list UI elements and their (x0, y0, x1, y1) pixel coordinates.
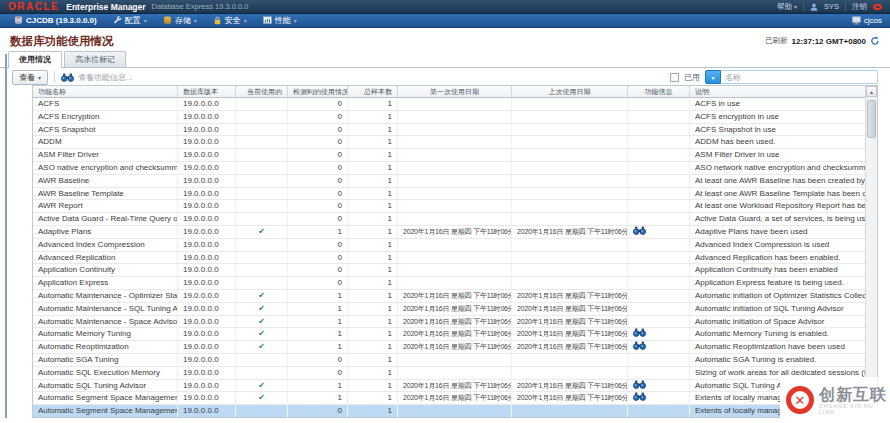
cell-name: ACFS (33, 98, 178, 110)
binoculars-icon[interactable] (633, 226, 684, 235)
binoculars-icon[interactable] (633, 341, 684, 350)
table-row[interactable]: Adaptive Plans19.0.0.0.0✔112020年1月16日 星期… (33, 226, 867, 239)
column-header-used[interactable]: 当前使用的 (236, 86, 288, 97)
watermark-text: 创新互联 (819, 386, 890, 403)
database-menu-bar: CJCDB (19.3.0.0.0) 配置 ▾ 存储 ▾ 安全 ▾ (0, 14, 890, 28)
table-row[interactable]: Application Continuity19.0.0.0.001Applic… (33, 264, 867, 277)
cell-samples: 1 (348, 392, 398, 404)
vertical-scrollbar[interactable]: ▲ ▼ (865, 86, 877, 417)
cell-samples: 1 (348, 162, 398, 174)
cell-info (628, 354, 690, 366)
cell-last_used: 2020年1月16日 星期四 下午11时06分2 (512, 328, 628, 340)
column-header-info[interactable]: 功能信息 (628, 86, 690, 97)
menu-security[interactable]: 安全 ▾ (207, 15, 253, 26)
checkmark-icon: ✔ (258, 317, 265, 326)
table-row[interactable]: Automatic Segment Space Management (user… (33, 405, 867, 417)
cell-detected: 0 (288, 200, 348, 212)
cell-last_used (512, 277, 628, 289)
cell-used: ✔ (236, 392, 288, 404)
table-row[interactable]: AWR Baseline Template19.0.0.0.001At leas… (33, 188, 867, 201)
cell-desc: ASM Filter Driver in use (690, 149, 867, 161)
search-input[interactable] (721, 70, 878, 84)
database-cylinder-icon (14, 16, 23, 25)
used-filter-checkbox[interactable] (670, 73, 679, 82)
current-user-menu[interactable]: SYS (824, 2, 839, 11)
table-row[interactable]: Automatic SGA Tuning19.0.0.0.001Automati… (33, 354, 867, 367)
table-row[interactable]: Automatic SQL Execution Memory19.0.0.0.0… (33, 367, 867, 380)
table-row[interactable]: Application Express19.0.0.0.001Applicati… (33, 277, 867, 290)
cell-info (628, 162, 690, 174)
cell-detected: 0 (288, 136, 348, 148)
column-header-last_used[interactable]: 上次使用日期 (512, 86, 628, 97)
table-row[interactable]: ADDM19.0.0.0.001ADDM has been used. (33, 136, 867, 149)
tab-usage[interactable]: 使用情况 (8, 51, 62, 67)
cell-last_used: 2020年1月16日 星期四 下午11时06分2 (512, 316, 628, 328)
scroll-up-button[interactable]: ▲ (866, 86, 877, 97)
cell-version: 19.0.0.0.0 (178, 367, 236, 379)
cell-version: 19.0.0.0.0 (178, 175, 236, 187)
padlock-icon (213, 16, 222, 25)
wrench-icon (113, 16, 122, 25)
table-row[interactable]: Automatic Maintenance - Space Advisor19.… (33, 316, 867, 329)
feature-table-body: ACFS19.0.0.0.001ACFS in useACFS Encrypti… (33, 98, 867, 417)
cell-last_used (512, 149, 628, 161)
table-row[interactable]: ACFS Encryption19.0.0.0.001ACFS encrypti… (33, 111, 867, 124)
column-header-name[interactable]: 功能名称 (33, 86, 178, 97)
column-header-desc[interactable]: 说明 (690, 86, 877, 97)
table-row[interactable]: ACFS Snapshot19.0.0.0.001ACFS Snapshot i… (33, 124, 867, 137)
cell-used: ✔ (236, 380, 288, 392)
search-category-dropdown[interactable]: ▾ (705, 70, 721, 84)
help-menu[interactable]: 帮助 ▾ (777, 2, 797, 12)
cell-first_used (398, 111, 512, 123)
chevron-down-icon: ▾ (294, 17, 297, 24)
table-row[interactable]: Automatic SQL Tuning Advisor19.0.0.0.0✔1… (33, 380, 867, 393)
table-row[interactable]: Automatic Memory Tuning19.0.0.0.0✔112020… (33, 328, 867, 341)
edition-label: Database Express 19.3.0.0.0 (152, 2, 249, 11)
watermark-logo-icon: ✕ (786, 386, 814, 414)
scrollbar-thumb[interactable] (867, 100, 876, 138)
cell-samples: 1 (348, 175, 398, 187)
table-row[interactable]: Active Data Guard - Real-Time Query on P… (33, 213, 867, 226)
refresh-icon[interactable] (870, 36, 880, 46)
column-header-samples[interactable]: 总样本数 (348, 86, 398, 97)
view-feature-info-button[interactable]: 查看功能信息... (61, 72, 133, 83)
menu-configuration[interactable]: 配置 ▾ (107, 15, 153, 26)
table-row[interactable]: Advanced Replication19.0.0.0.001Advanced… (33, 252, 867, 265)
cell-name: Automatic Segment Space Management (user… (33, 405, 178, 417)
cell-version: 19.0.0.0.0 (178, 380, 236, 392)
column-header-detected[interactable]: 检测到的使用情况 (288, 86, 348, 97)
view-menu-button[interactable]: 查看 ▾ (12, 70, 48, 85)
divider (54, 71, 55, 83)
table-row[interactable]: ACFS19.0.0.0.001ACFS in use (33, 98, 867, 111)
cell-detected: 0 (288, 124, 348, 136)
table-row[interactable]: Automatic Maintenance - SQL Tuning Advis… (33, 303, 867, 316)
table-row[interactable]: AWR Baseline19.0.0.0.001At least one AWR… (33, 175, 867, 188)
tab-high-water-marks[interactable]: 高水位标记 (64, 51, 126, 67)
checkmark-icon: ✔ (258, 342, 265, 351)
binoculars-icon[interactable] (633, 380, 684, 389)
cell-first_used (398, 124, 512, 136)
menu-storage[interactable]: 存储 ▾ (157, 15, 203, 26)
column-header-version[interactable]: 数据库版本 (178, 86, 236, 97)
cell-detected: 1 (288, 316, 348, 328)
database-home-menu[interactable]: CJCDB (19.3.0.0.0) (8, 16, 103, 25)
table-row[interactable]: ASO native encryption and checksumming19… (33, 162, 867, 175)
help-menu-label: 帮助 (777, 2, 792, 12)
table-row[interactable]: Automatic Segment Space Management (syst… (33, 392, 867, 405)
menu-performance[interactable]: 性能 ▾ (257, 15, 303, 26)
cell-last_used (512, 175, 628, 187)
logout-link[interactable]: 注销 (852, 2, 867, 12)
tab-strip: 使用情况 高水位标记 (0, 54, 890, 68)
cell-first_used (398, 264, 512, 276)
column-header-first_used[interactable]: 第一次使用日期 (398, 86, 512, 97)
binoculars-icon[interactable] (633, 328, 684, 337)
table-row[interactable]: Automatic Maintenance - Optimizer Statis… (33, 290, 867, 303)
table-row[interactable]: ASM Filter Driver19.0.0.0.001ASM Filter … (33, 149, 867, 162)
table-row[interactable]: AWR Report19.0.0.0.001At least one Workl… (33, 200, 867, 213)
binoculars-icon[interactable] (633, 392, 684, 401)
chevron-down-icon: ▾ (194, 17, 197, 24)
table-row[interactable]: Advanced Index Compression19.0.0.0.001Ad… (33, 239, 867, 252)
table-row[interactable]: Automatic Reoptimization19.0.0.0.0✔11202… (33, 341, 867, 354)
cell-name: ACFS Encryption (33, 111, 178, 123)
cell-info (628, 328, 690, 340)
